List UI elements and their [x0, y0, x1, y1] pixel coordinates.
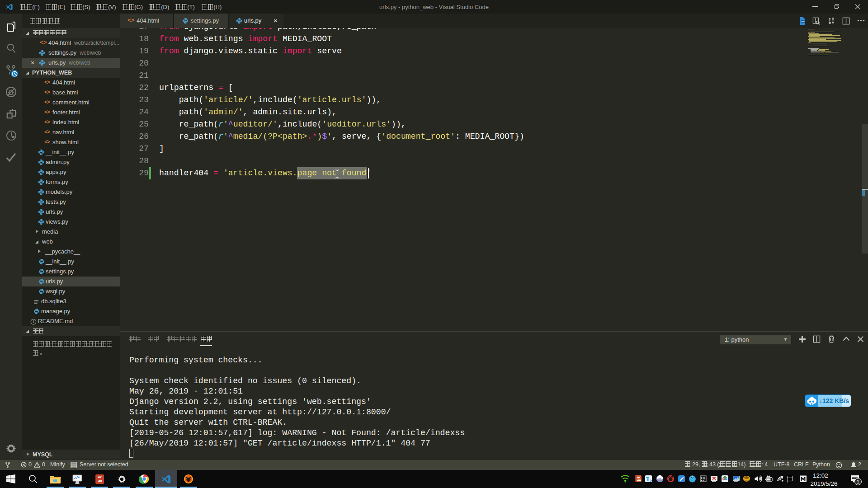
svg-text:PHP: PHP: [801, 20, 805, 23]
